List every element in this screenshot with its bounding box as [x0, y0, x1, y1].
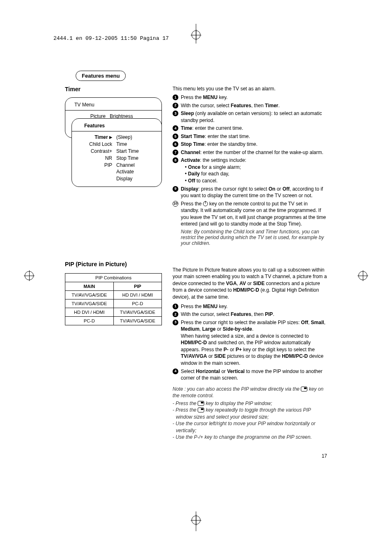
- menu-row: Display: [81, 175, 152, 182]
- step-item: 8Activate: the settings include:• Once f…: [173, 157, 327, 184]
- menu-row: Activate: [81, 168, 152, 175]
- menu-row: PIPChannel: [81, 162, 152, 169]
- table-row: TV/AV/VGA/SIDEHD DVI / HDMI: [65, 290, 162, 299]
- table-row: PC-DTV/AV/VGA/SIDE: [65, 316, 162, 325]
- pip-icon: [301, 387, 307, 391]
- menu-title: TV Menu: [65, 102, 161, 110]
- note-bullet: - Press the key to display the PIP windo…: [173, 400, 327, 407]
- table-caption: PIP Combinations: [65, 273, 162, 282]
- menu-row: Contrast+Start Time: [81, 148, 152, 155]
- features-menu-box: Features Timer ▶(Sleep)Child LockTimeCon…: [71, 118, 162, 187]
- registration-mark: [191, 30, 201, 39]
- step-item: 1Press the MENU key.: [173, 303, 327, 310]
- menu-title: Features: [72, 123, 161, 131]
- menu-row: NRStop Time: [81, 155, 152, 162]
- step-item: 3Sleep (only available on certain versio…: [173, 110, 327, 124]
- pip-intro: The Picture In Picture feature allows yo…: [173, 267, 327, 301]
- timer-heading: Timer: [65, 86, 162, 92]
- step-item: 7Channel: enter the number of the channe…: [173, 149, 327, 156]
- table-row: HD DVI / HDMITV/AV/VGA/SIDE: [65, 308, 162, 316]
- step-item: 6Stop Time: enter the standby time.: [173, 141, 327, 148]
- note-bullet: - Press the key repeatedly to toggle thr…: [173, 407, 327, 420]
- table-row: TV/AV/VGA/SIDEPC-D: [65, 299, 162, 308]
- doc-header: 2444.1 en 09-12-2005 11:50 Pagina 17: [53, 35, 169, 41]
- pip-icon: [198, 408, 204, 412]
- table-header: PIP: [113, 282, 162, 290]
- note-bullet: - Use the P-/+ key to change the program…: [173, 434, 327, 441]
- step-item: 10Press the key on the remote control to…: [173, 200, 327, 228]
- pip-note: Note : you can also access the PIP windo…: [173, 386, 327, 399]
- power-icon: [203, 201, 208, 206]
- pip-icon: [198, 401, 204, 406]
- pip-heading: PIP (Picture in Picture): [65, 261, 162, 267]
- step-item: 2With the cursor, select Features, then …: [173, 311, 327, 318]
- table-header: MAIN: [65, 282, 114, 290]
- menu-row: Child LockTime: [81, 141, 152, 148]
- registration-mark: [191, 516, 201, 525]
- step-item: 4Select Horizontal or Vertical to move t…: [173, 368, 327, 382]
- step-item: 2With the cursor, select Features, then …: [173, 102, 327, 109]
- page-number: 17: [322, 453, 327, 459]
- registration-mark: [358, 271, 367, 280]
- menu-row: Timer ▶(Sleep): [81, 134, 152, 141]
- intro-text: This menu lets you use the TV set as an …: [173, 86, 327, 92]
- section-badge: Features menu: [76, 71, 126, 81]
- step-item: 1Press the MENU key.: [173, 94, 327, 101]
- step-item: 5Start Time: enter the start time.: [173, 133, 327, 140]
- step-item: 9Display: press the cursor right to sele…: [173, 186, 327, 199]
- timer-note: Note: By combining the Child lock and Ti…: [181, 229, 327, 246]
- step-item: 3Press the cursor right to select the av…: [173, 319, 327, 367]
- note-bullet: - Use the cursor left/right to move your…: [173, 420, 327, 434]
- step-item: 4Time: enter the current time.: [173, 125, 327, 132]
- registration-mark: [25, 271, 34, 280]
- pip-combinations-table: PIP Combinations MAIN PIP TV/AV/VGA/SIDE…: [65, 273, 162, 325]
